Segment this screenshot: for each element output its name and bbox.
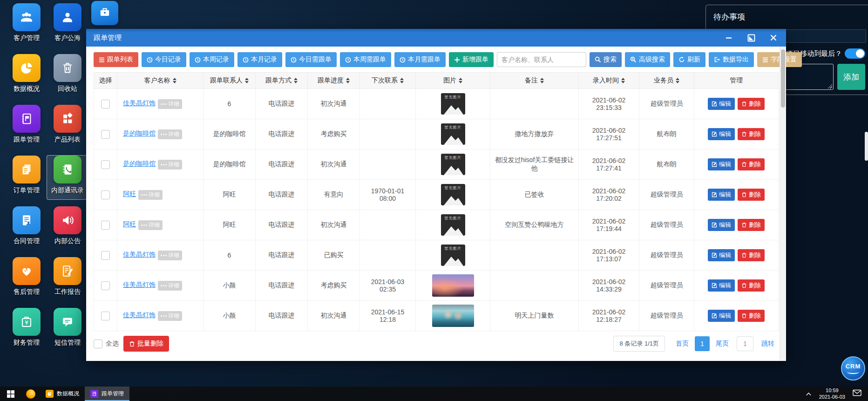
tab-follow-list[interactable]: 跟单列表 (94, 52, 138, 67)
edit-button[interactable]: 编辑 (708, 249, 735, 261)
batch-delete-button[interactable]: 批量删除 (123, 336, 169, 352)
delete-button[interactable]: 删除 (738, 128, 765, 140)
detail-badge[interactable]: 详细 (158, 311, 182, 321)
edit-button[interactable]: 编辑 (708, 219, 735, 231)
start-button[interactable] (0, 387, 21, 401)
col-progress[interactable]: 跟单进度 (308, 73, 360, 89)
export-button[interactable]: 数据导出 (709, 52, 754, 67)
col-next-contact[interactable]: 下次联系 (360, 73, 416, 89)
shortcut-product-list[interactable]: 产品列表 (47, 104, 88, 149)
close-icon[interactable] (768, 33, 779, 43)
shortcut-partial-top[interactable] (91, 1, 118, 25)
delete-button[interactable]: 删除 (738, 249, 765, 261)
shortcut-customer-mgmt[interactable]: 客户管理 (6, 3, 47, 48)
customer-link[interactable]: 阿旺 (123, 220, 136, 228)
page-scrollbar[interactable] (865, 132, 868, 161)
edit-button[interactable]: 编辑 (708, 279, 735, 292)
tray-chevron-icon[interactable] (806, 390, 812, 398)
col-customer[interactable]: 客户名称 (117, 73, 203, 89)
select-all-checkbox[interactable] (94, 340, 102, 348)
row-photo[interactable] (432, 274, 474, 297)
customer-link[interactable]: 阿旺 (123, 190, 136, 197)
tab-month-due[interactable]: 本月需跟单 (394, 52, 446, 67)
col-entry-time[interactable]: 录入时间 (579, 73, 639, 89)
search-button[interactable]: 搜索 (590, 52, 622, 67)
jump-link[interactable]: 跳转 (757, 340, 779, 348)
tab-week-due[interactable]: 本周需跟单 (340, 52, 391, 67)
delete-button[interactable]: 删除 (738, 219, 765, 231)
delete-button[interactable]: 删除 (738, 189, 765, 201)
shortcut-recycle-bin[interactable]: 回收站 (47, 54, 88, 98)
col-contact[interactable]: 跟单联系人 (203, 73, 256, 89)
row-checkbox[interactable] (101, 281, 110, 290)
refresh-button[interactable]: 刷新 (673, 52, 705, 67)
shortcut-order-mgmt[interactable]: 订单管理 (6, 155, 47, 200)
minimize-icon[interactable] (724, 33, 734, 43)
row-checkbox[interactable] (101, 190, 110, 199)
shortcut-follow-mgmt[interactable]: 跟单管理 (6, 104, 47, 149)
detail-badge[interactable]: 详细 (158, 251, 182, 260)
customer-link[interactable]: 是的咖啡馆 (123, 129, 156, 137)
row-checkbox[interactable] (101, 100, 110, 109)
edit-button[interactable]: 编辑 (708, 158, 735, 170)
col-remark[interactable]: 备注 (490, 73, 579, 89)
col-method[interactable]: 跟单方式 (256, 73, 308, 89)
row-photo[interactable] (432, 305, 474, 327)
tab-today-due[interactable]: 今日需跟单 (285, 52, 337, 67)
shortcut-sms-mgmt[interactable]: 短信管理 (47, 307, 88, 352)
row-checkbox[interactable] (101, 312, 110, 320)
customer-link[interactable]: 佳美晶灯饰 (123, 311, 156, 319)
current-page[interactable]: 1 (695, 336, 710, 351)
shortcut-data-overview[interactable]: 数据概况 (6, 54, 47, 98)
edit-button[interactable]: 编辑 (708, 310, 735, 322)
detail-badge[interactable]: 详细 (158, 99, 182, 109)
edit-button[interactable]: 编辑 (708, 98, 735, 110)
search-input[interactable] (497, 52, 586, 67)
row-checkbox[interactable] (101, 130, 110, 139)
shortcut-customer-sea[interactable]: 客户公海 (47, 3, 88, 48)
customer-link[interactable]: 佳美晶灯饰 (123, 281, 156, 288)
shortcut-contract-mgmt[interactable]: 合同管理 (6, 206, 47, 251)
delete-button[interactable]: 删除 (738, 98, 765, 110)
delete-button[interactable]: 删除 (738, 310, 765, 322)
crm-logo[interactable]: CRM (841, 356, 865, 381)
edit-button[interactable]: 编辑 (708, 189, 735, 201)
first-page-link[interactable]: 首页 (671, 340, 693, 348)
row-checkbox[interactable] (101, 251, 110, 260)
tab-month-records[interactable]: 本月记录 (237, 52, 282, 67)
col-image[interactable]: 图片 (416, 73, 490, 89)
shortcut-internal-contacts[interactable]: 内部通讯录 (47, 155, 88, 200)
detail-badge[interactable]: 详细 (158, 281, 182, 291)
window-scrollbar-thumb[interactable] (781, 49, 785, 108)
tab-week-records[interactable]: 本周记录 (190, 52, 234, 67)
todo-add-button[interactable]: 添加 (837, 64, 865, 90)
browser-icon[interactable] (21, 387, 40, 401)
customer-link[interactable]: 是的咖啡馆 (123, 160, 156, 167)
shortcut-internal-notice[interactable]: 内部公告 (47, 206, 88, 251)
shortcut-aftersales-mgmt[interactable]: 售后管理 (6, 257, 47, 301)
taskbar-item-data-overview[interactable]: 数据概况 (40, 387, 85, 401)
maximize-icon[interactable] (746, 33, 756, 43)
customer-link[interactable]: 佳美晶灯饰 (123, 251, 156, 258)
tab-today-records[interactable]: 今日记录 (142, 52, 186, 67)
mail-icon[interactable] (853, 389, 861, 398)
todo-toggle-switch[interactable] (845, 48, 865, 59)
delete-button[interactable]: 删除 (738, 279, 765, 292)
edit-button[interactable]: 编辑 (708, 128, 735, 140)
advanced-search-button[interactable]: 高级搜索 (625, 52, 670, 67)
customer-link[interactable]: 佳美晶灯饰 (123, 99, 156, 107)
row-checkbox[interactable] (101, 160, 110, 169)
taskbar-item-follow-mgmt[interactable]: 跟单管理 (85, 387, 129, 401)
shortcut-finance-mgmt[interactable]: ¥财务管理 (6, 307, 47, 352)
jump-page-input[interactable] (737, 336, 753, 351)
delete-button[interactable]: 删除 (738, 158, 765, 170)
detail-badge[interactable]: 详细 (138, 190, 163, 200)
detail-badge[interactable]: 详细 (138, 220, 163, 230)
last-page-link[interactable]: 尾页 (712, 340, 733, 348)
row-checkbox[interactable] (101, 221, 110, 230)
detail-badge[interactable]: 详细 (158, 160, 182, 170)
shortcut-work-report[interactable]: 工作报告 (47, 257, 88, 301)
add-follow-button[interactable]: 新增跟单 (449, 52, 494, 67)
detail-badge[interactable]: 详细 (158, 129, 182, 139)
col-salesperson[interactable]: 业务员 (639, 73, 694, 89)
